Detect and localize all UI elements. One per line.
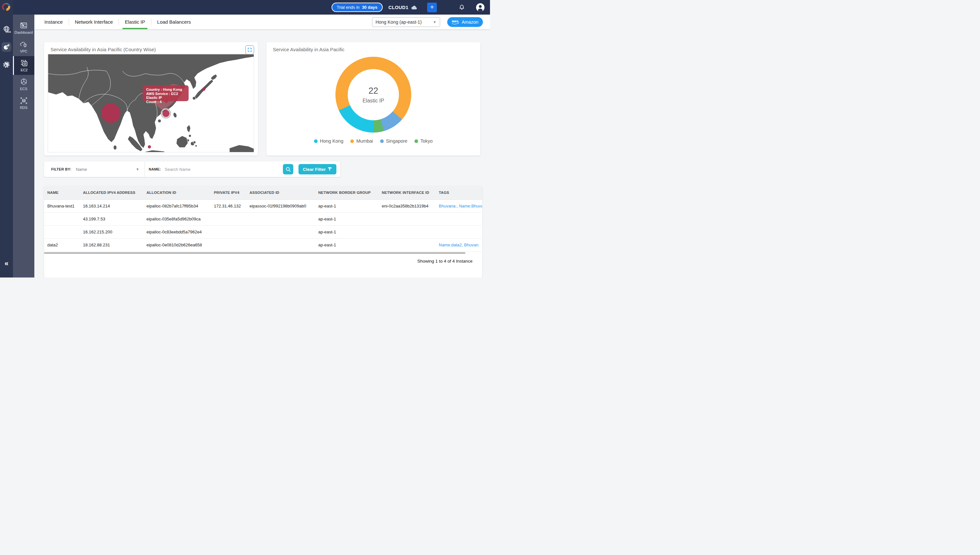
tab-divider — [118, 19, 119, 25]
sidebar-item-rds[interactable]: RDS — [13, 94, 34, 112]
legend-dot — [314, 140, 318, 143]
tooltip-country: Country : Hong Kong — [146, 88, 189, 92]
cell-allocation-id: eipalloc-035e8fa5d962b09ca — [144, 212, 211, 225]
donut-total: 22 — [368, 86, 378, 96]
col-name[interactable]: NAME — [44, 186, 80, 199]
search-button[interactable] — [283, 164, 293, 175]
sidebar-item-ecs[interactable]: ECS — [13, 75, 34, 94]
app-root: Trial ends in 30 days CLOUD1 + — [0, 0, 490, 278]
dns-icon-text: DNS — [5, 30, 11, 34]
cell-associated-id — [247, 238, 315, 251]
legend-item-mumbai[interactable]: Mumbai — [350, 138, 373, 144]
settings-gear-icon[interactable] — [2, 60, 11, 69]
cell-tags: Bhuvana:, Name:Bhuva — [436, 199, 482, 212]
donut-ring[interactable]: 22 Elastic IP — [335, 57, 411, 133]
sidebar-item-ec2[interactable]: EC2 — [13, 56, 34, 75]
legend-dot — [415, 140, 418, 143]
legend-dot — [380, 140, 384, 143]
sidebar-collapse-button[interactable]: « — [5, 260, 8, 267]
map-card: Service Availability in Asia Pacific (Co… — [44, 42, 258, 156]
trial-badge[interactable]: Trial ends in 30 days — [331, 3, 383, 12]
col-network-interface-id[interactable]: NETWORK INTERFACE ID — [379, 186, 436, 199]
cell-network-interface-id — [379, 212, 436, 225]
sidebar-item-label: ECS — [20, 87, 27, 91]
tab-load-balancers[interactable]: Load Balancers — [152, 14, 196, 29]
donut-center: 22 Elastic IP — [348, 69, 399, 120]
sidebar-item-vpc[interactable]: VPC — [13, 37, 34, 56]
cell-name — [44, 212, 80, 225]
table-row[interactable]: 16.162.215.200 eipalloc-0c83eebdd5a7962e… — [44, 225, 482, 238]
cell-tags: Name:data2, Bhuvan — [436, 238, 482, 251]
tabbar-right: Hong Kong (ap-east-1) ▼ aws Amazon — [372, 17, 490, 27]
tooltip-count: Count : 4 — [146, 100, 189, 104]
trial-text: Trial ends in — [337, 5, 359, 10]
org-name: CLOUD1 — [389, 5, 408, 10]
legend-item-singapore[interactable]: Singapore — [380, 138, 407, 144]
elastic-ip-table: NAME ALLOCATED IPV4 ADDRESS ALLOCATION I… — [44, 186, 482, 252]
col-allocated-ipv4[interactable]: ALLOCATED IPV4 ADDRESS — [80, 186, 144, 199]
tab-instance[interactable]: Instance — [40, 14, 68, 29]
col-private-ipv4[interactable]: PRIVATE IPV4 — [211, 186, 247, 199]
sidebar-item-label: Dashboard — [14, 30, 33, 34]
cell-associated-id — [247, 225, 315, 238]
cell-tags — [436, 225, 482, 238]
donut-center-label: Elastic IP — [363, 98, 384, 104]
cell-associated-id: eipassoc-01f992198b0909ab0 — [247, 199, 315, 212]
legend-label: Singapore — [386, 138, 407, 144]
sidebar-item-label: EC2 — [21, 68, 27, 72]
analytics-icon[interactable] — [2, 42, 11, 52]
elastic-ip-table-card: NAME ALLOCATED IPV4 ADDRESS ALLOCATION I… — [44, 186, 482, 278]
legend-label: Mumbai — [356, 138, 373, 144]
provider-amazon-button[interactable]: aws Amazon — [447, 17, 483, 27]
notifications-bell-icon[interactable] — [458, 4, 465, 11]
cell-network-border-group: ap-east-1 — [315, 238, 379, 251]
col-tags[interactable]: TAGS — [436, 186, 482, 199]
region-dropdown[interactable]: Hong Kong (ap-east-1) ▼ — [372, 17, 440, 27]
clear-filter-button[interactable]: Clear Filter x — [298, 164, 336, 175]
donut-card: Service Availability in Asia Pacific 22 … — [266, 42, 480, 156]
filter-by-value: Name — [76, 167, 87, 172]
ecs-icon — [20, 78, 28, 86]
filter-bar: FILTER BY: Name ▼ NAME: Clear Filter x — [44, 162, 340, 177]
legend-item-hong-kong[interactable]: Hong Kong — [314, 138, 344, 144]
cell-ipv4: 43.199.7.53 — [80, 212, 144, 225]
dashboard-icon — [20, 22, 27, 29]
cell-network-border-group: ap-east-1 — [315, 199, 379, 212]
search-input[interactable] — [165, 167, 262, 172]
tab-elastic-ip[interactable]: Elastic IP — [120, 14, 150, 29]
cell-network-interface-id: eni-0c2aa358b2b1319b4 — [379, 199, 436, 212]
rds-icon — [20, 96, 28, 105]
tab-network-interface[interactable]: Network Interface — [70, 14, 118, 29]
col-associated-id[interactable]: ASSOCIATED ID — [247, 186, 315, 199]
dns-icon[interactable]: DNS — [2, 25, 11, 34]
table-row[interactable]: data2 18.162.88.231 eipalloc-0e0810d2b62… — [44, 238, 482, 251]
filter-by-dropdown[interactable]: FILTER BY: Name ▼ — [51, 167, 139, 172]
map-bubble-tokyo[interactable] — [202, 88, 205, 91]
horizontal-scrollbar — [44, 252, 482, 254]
legend-label: Tokyo — [420, 138, 432, 144]
table-row[interactable]: Bhuvana-test1 16.163.14.214 eipalloc-082… — [44, 199, 482, 212]
sidebar-item-label: VPC — [20, 49, 27, 53]
scrollbar-thumb[interactable] — [44, 252, 465, 254]
fullscreen-icon[interactable] — [245, 45, 254, 54]
cell-allocation-id: eipalloc-0c83eebdd5a7962e4 — [144, 225, 211, 238]
app-logo[interactable] — [2, 2, 11, 12]
cell-private-ipv4: 172.31.46.132 — [211, 199, 247, 212]
map-bubble-singapore[interactable] — [148, 145, 151, 149]
tags-link[interactable]: Name:data2, Bhuvan — [439, 242, 480, 247]
map-bubble-hong-kong[interactable] — [162, 110, 170, 117]
col-network-border-group[interactable]: NETWORK BORDER GROUP — [315, 186, 379, 199]
map-tooltip: Country : Hong Kong AWS Service : EC2 El… — [143, 85, 189, 101]
table-row[interactable]: 43.199.7.53 eipalloc-035e8fa5d962b09ca a… — [44, 212, 482, 225]
add-button[interactable]: + — [427, 3, 437, 12]
user-avatar[interactable] — [476, 3, 485, 12]
main-content: Service Availability in Asia Pacific (Co… — [34, 29, 490, 278]
legend-item-tokyo[interactable]: Tokyo — [415, 138, 432, 144]
provider-label: Amazon — [462, 19, 478, 25]
sidebar-item-dashboard[interactable]: Dashboard — [13, 18, 34, 37]
map-bubble-mumbai[interactable] — [101, 103, 120, 123]
tab-divider — [151, 19, 151, 25]
tags-link[interactable]: Bhuvana:, Name:Bhuva — [439, 204, 480, 209]
col-allocation-id[interactable]: ALLOCATION ID — [144, 186, 211, 199]
svg-text:aws: aws — [452, 19, 458, 23]
